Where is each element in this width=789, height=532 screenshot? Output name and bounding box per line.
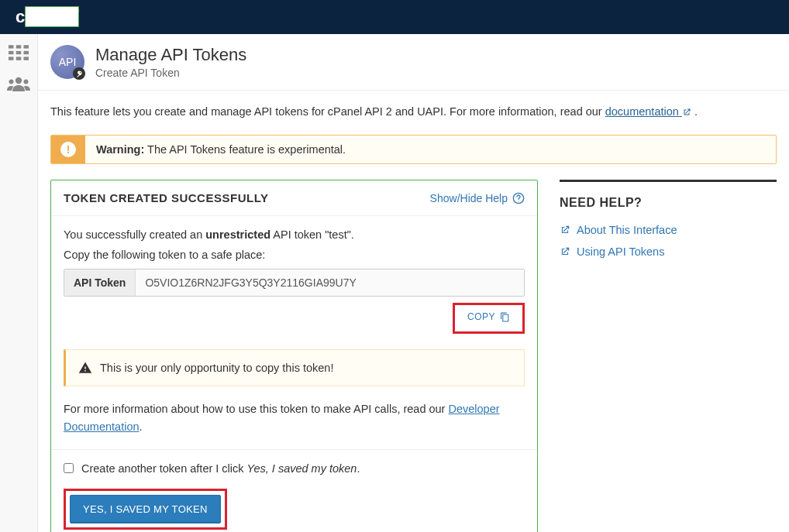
copy-icon xyxy=(500,312,510,322)
token-created-panel: TOKEN CREATED SUCCESSFULLY Show/Hide Hel… xyxy=(50,180,538,532)
top-bar: ccPanel xyxy=(0,0,789,34)
key-badge-icon xyxy=(73,67,85,80)
token-field: API Token O5VIO1Z6RN2JFG3Y5Q3Y2116GIA99U… xyxy=(64,269,525,297)
intro-text: This feature lets you create and manage … xyxy=(50,103,777,121)
warning-triangle-icon xyxy=(78,361,92,375)
svg-rect-2 xyxy=(24,45,29,48)
svg-point-11 xyxy=(24,80,29,84)
svg-rect-0 xyxy=(9,45,14,48)
svg-rect-6 xyxy=(9,57,14,60)
token-label: API Token xyxy=(64,269,136,296)
svg-rect-5 xyxy=(24,51,29,54)
need-help-panel: NEED HELP? About This Interface Using AP… xyxy=(560,180,777,267)
svg-rect-3 xyxy=(9,51,14,54)
token-value: O5VIO1Z6RN2JFG3Y5Q3Y2116GIA99U7Y xyxy=(136,269,524,296)
svg-point-10 xyxy=(9,80,14,84)
create-another-label: Create another token after I click Yes, … xyxy=(81,462,360,475)
page-header: API Manage API Tokens Create API Token xyxy=(38,34,789,91)
api-token-page-icon: API xyxy=(50,45,84,79)
show-hide-help-link[interactable]: Show/Hide Help xyxy=(430,192,525,204)
need-help-title: NEED HELP? xyxy=(560,196,777,210)
only-opportunity-alert: This is your only opportunity to copy th… xyxy=(64,349,525,386)
page-subtitle: Create API Token xyxy=(95,67,246,79)
help-link-about[interactable]: About This Interface xyxy=(560,224,777,236)
svg-rect-1 xyxy=(16,45,22,48)
more-info-text: For more information about how to use th… xyxy=(64,400,525,436)
yes-i-saved-button[interactable]: YES, I SAVED MY TOKEN xyxy=(70,495,221,523)
external-link-icon xyxy=(560,225,570,235)
svg-rect-7 xyxy=(16,57,22,60)
documentation-link[interactable]: documentation xyxy=(605,105,691,118)
external-link-icon xyxy=(560,246,570,257)
create-another-checkbox[interactable] xyxy=(64,463,74,473)
highlight-copy: COPY xyxy=(453,303,525,334)
cpanel-logo[interactable]: ccPanel xyxy=(16,7,79,27)
success-message: You successfully created an unrestricted… xyxy=(64,228,525,241)
svg-point-13 xyxy=(518,201,519,201)
svg-rect-8 xyxy=(24,57,29,60)
apps-grid-icon[interactable] xyxy=(7,43,30,62)
panel-title: TOKEN CREATED SUCCESSFULLY xyxy=(64,191,268,204)
help-link-using[interactable]: Using API Tokens xyxy=(560,245,777,258)
copy-instruction: Copy the following token to a safe place… xyxy=(64,249,525,261)
page-title: Manage API Tokens xyxy=(95,45,246,65)
sidebar xyxy=(0,34,37,532)
highlight-save: YES, I SAVED MY TOKEN xyxy=(64,489,227,530)
users-icon[interactable] xyxy=(7,74,30,93)
warning-icon: ! xyxy=(51,136,85,163)
copy-button[interactable]: COPY xyxy=(458,307,519,327)
warning-banner: ! Warning: The API Tokens feature is exp… xyxy=(50,135,777,164)
svg-point-9 xyxy=(16,77,22,84)
svg-rect-4 xyxy=(16,51,22,54)
